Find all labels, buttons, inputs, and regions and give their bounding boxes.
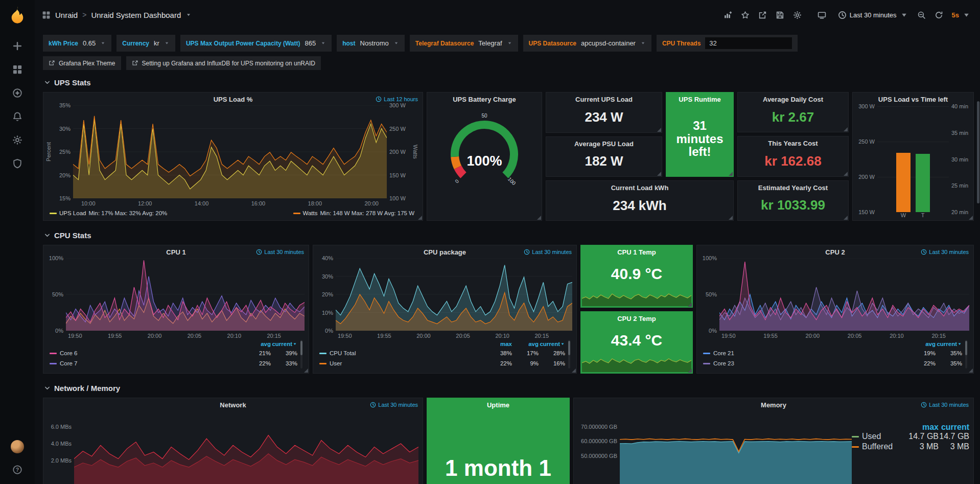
- panel-time-override[interactable]: Last 12 hours: [376, 96, 418, 102]
- bar-T[interactable]: [916, 154, 930, 212]
- topbar-actions: Last 30 minutes 5s: [724, 11, 971, 19]
- panel-title[interactable]: Current Load kWh: [546, 181, 733, 193]
- cycle-view-button[interactable]: [818, 11, 826, 19]
- panel-time-override[interactable]: Last 30 minutes: [524, 249, 572, 255]
- panel-title[interactable]: Average Daily Cost: [738, 93, 848, 104]
- panel-title[interactable]: UPS Load vs Time left: [853, 93, 973, 104]
- dashboards-icon[interactable]: [12, 64, 22, 75]
- panel-title[interactable]: CPU 2 Temp: [581, 312, 692, 324]
- refresh-interval-picker[interactable]: 5s: [952, 11, 971, 19]
- legend-sort-current[interactable]: current: [539, 341, 565, 347]
- help-icon[interactable]: [12, 465, 22, 475]
- variable-kwh-price[interactable]: kWh Price 0.65: [43, 35, 111, 52]
- bar-W[interactable]: [896, 153, 911, 212]
- panel-title[interactable]: Estimated Yearly Cost: [738, 181, 848, 193]
- panel-title[interactable]: CPU 1 Temp: [581, 245, 692, 257]
- panel-title[interactable]: Average PSU Load: [546, 137, 662, 149]
- zoom-out-button[interactable]: [917, 11, 926, 19]
- clock-icon: [256, 249, 262, 255]
- cpu1-chart[interactable]: [66, 258, 305, 331]
- legend-sort-current[interactable]: current: [939, 423, 969, 432]
- panel-time-override[interactable]: Last 30 minutes: [921, 402, 969, 408]
- gear-icon: [793, 11, 802, 19]
- panel-time-override[interactable]: Last 30 minutes: [370, 402, 418, 408]
- panel-time-override[interactable]: Last 30 minutes: [256, 249, 304, 255]
- x-axis-ticks: 19:5019:5520:0020:0520:1020:15: [315, 331, 572, 339]
- create-plus-icon[interactable]: [12, 41, 22, 51]
- cpu2-chart[interactable]: [719, 258, 969, 331]
- cpu-package-chart[interactable]: [336, 258, 572, 331]
- variable-telegraf-datasource[interactable]: Telegraf Datasource Telegraf: [410, 35, 518, 52]
- panel-title[interactable]: This Years Cost: [738, 136, 848, 148]
- legend-sort-avg[interactable]: avg: [512, 341, 539, 347]
- row-network-memory[interactable]: Network / Memory: [44, 384, 974, 393]
- clock-icon: [376, 96, 382, 102]
- legend-sort-current[interactable]: current: [271, 341, 297, 347]
- legend-row-core7[interactable]: Core 7 22% 33%: [50, 358, 297, 368]
- link-ups-monitoring-guide[interactable]: Setting up Grafana and InfluxDB for UPS …: [126, 56, 321, 70]
- panel-title[interactable]: UPS Runtime: [666, 93, 733, 104]
- breadcrumb-separator: >: [82, 11, 86, 19]
- legend-sort-avg[interactable]: avg: [244, 341, 271, 347]
- explore-compass-icon[interactable]: [12, 88, 22, 98]
- page-title[interactable]: Unraid System Dashboard: [91, 11, 181, 19]
- dashboard-settings-button[interactable]: [793, 11, 802, 19]
- y-axis-ticks: 100%50%0%: [45, 255, 66, 334]
- legend-sort-avg[interactable]: avg: [909, 341, 936, 347]
- share-button[interactable]: [758, 11, 767, 19]
- legend-item-ups-load[interactable]: UPS Load Min: 17% Max: 32% Avg: 20%: [50, 210, 167, 216]
- network-chart[interactable]: [74, 411, 418, 484]
- cpu-threads-input[interactable]: [705, 37, 792, 49]
- alerting-bell-icon[interactable]: [12, 111, 22, 122]
- configuration-gear-icon[interactable]: [12, 135, 22, 145]
- refresh-button[interactable]: [935, 11, 943, 19]
- link-grafana-plex-theme[interactable]: Grafana Plex Theme: [43, 56, 121, 70]
- add-panel-button[interactable]: [724, 11, 732, 19]
- ups-load-chart[interactable]: [73, 105, 387, 198]
- server-admin-shield-icon[interactable]: [12, 158, 22, 169]
- battery-gauge: 050100 100%: [433, 108, 535, 195]
- legend-row-core6[interactable]: Core 6 21% 39%: [50, 348, 297, 358]
- row-cpu-stats[interactable]: CPU Stats: [44, 231, 974, 240]
- time-range-picker[interactable]: Last 30 minutes: [838, 11, 908, 19]
- dashboard-grid-icon[interactable]: [42, 11, 51, 19]
- panel-title[interactable]: Uptime: [427, 398, 569, 410]
- legend-row-cpu-total[interactable]: CPU Total 38% 17% 28%: [319, 348, 565, 358]
- legend-row-core23[interactable]: Core 23 22% 35%: [703, 358, 962, 368]
- breadcrumb-folder[interactable]: Unraid: [55, 11, 78, 19]
- memory-chart[interactable]: [620, 411, 852, 484]
- stat-value: kr 2.67: [738, 104, 848, 132]
- legend-row-used[interactable]: Used 14.7 GB 14.7 GB: [852, 431, 969, 442]
- legend-scrollbar[interactable]: [300, 341, 302, 355]
- panel-title[interactable]: UPS Battery Charge: [427, 93, 542, 104]
- variable-host[interactable]: host Nostromo: [337, 35, 405, 52]
- legend-row-buffered[interactable]: Buffered 3 MB 3 MB: [852, 442, 969, 452]
- grafana-logo[interactable]: [0, 0, 35, 30]
- user-avatar[interactable]: [11, 440, 24, 453]
- panel-title[interactable]: UPS Load %: [43, 93, 423, 104]
- legend-sort-max[interactable]: max: [485, 341, 512, 347]
- variable-ups-datasource[interactable]: UPS Datasource apcupsd-container: [523, 35, 651, 52]
- panel-title[interactable]: Memory: [574, 398, 973, 410]
- variable-currency[interactable]: Currency kr: [116, 35, 175, 52]
- panel-title[interactable]: Current UPS Load: [546, 93, 662, 104]
- legend-scrollbar[interactable]: [568, 341, 570, 355]
- series-color-marker: [293, 213, 300, 214]
- legend-sort-max[interactable]: max: [908, 423, 939, 432]
- legend-scrollbar[interactable]: [965, 341, 967, 355]
- ups-bars-chart[interactable]: [877, 106, 949, 212]
- panel-title[interactable]: Network: [43, 398, 423, 410]
- legend-row-user[interactable]: User 22% 9% 16%: [319, 358, 565, 368]
- panel-time-override[interactable]: Last 30 minutes: [921, 249, 969, 255]
- variable-ups-max-output[interactable]: UPS Max Output Power Capacity (Watt) 865: [180, 35, 332, 52]
- dashboard-switch-caret-icon[interactable]: [185, 12, 192, 18]
- variable-cpu-threads[interactable]: CPU Threads: [657, 35, 798, 52]
- legend-item-watts[interactable]: Watts Min: 148 W Max: 278 W Avg: 175 W: [293, 210, 414, 216]
- row-ups-stats[interactable]: UPS Stats: [44, 78, 974, 87]
- legend-sort-current[interactable]: current: [936, 341, 962, 347]
- legend-row-core21[interactable]: Core 21 19% 35%: [703, 348, 962, 358]
- favorite-star-button[interactable]: [741, 11, 750, 19]
- breadcrumb: Unraid > Unraid System Dashboard: [42, 11, 192, 19]
- page-scrollbar[interactable]: [977, 101, 979, 203]
- save-button[interactable]: [776, 11, 784, 19]
